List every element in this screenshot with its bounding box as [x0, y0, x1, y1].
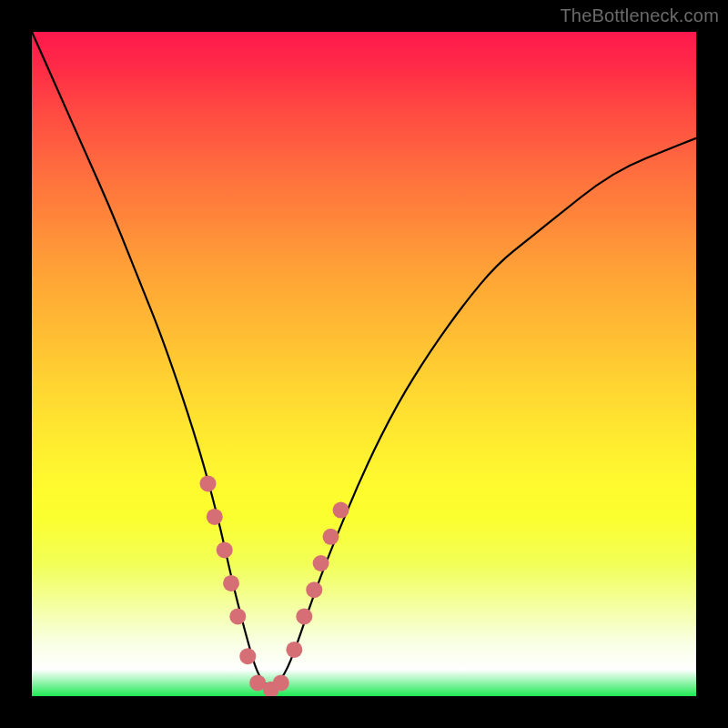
optimal-dot: [296, 608, 312, 624]
optimal-dot: [249, 674, 266, 691]
curve-layer: [32, 32, 696, 696]
optimal-dot: [223, 575, 239, 592]
plot-area: [32, 32, 696, 696]
watermark-text: TheBottleneck.com: [560, 5, 719, 26]
optimal-dot: [306, 581, 322, 598]
optimal-dot: [263, 682, 279, 696]
chart-stage: TheBottleneck.com: [0, 0, 728, 728]
optimal-dot: [273, 674, 289, 691]
optimal-dot: [313, 555, 329, 571]
optimal-dot: [217, 541, 233, 558]
optimal-dot: [239, 648, 256, 664]
optimal-dot: [333, 502, 349, 519]
optimal-dot: [229, 608, 246, 624]
bottleneck-curve: [32, 32, 696, 686]
optimal-dot: [207, 509, 223, 525]
optimal-dot: [200, 475, 217, 491]
near-optimal-dots: [200, 475, 349, 696]
optimal-dot: [323, 529, 339, 545]
optimal-dot: [286, 642, 302, 658]
